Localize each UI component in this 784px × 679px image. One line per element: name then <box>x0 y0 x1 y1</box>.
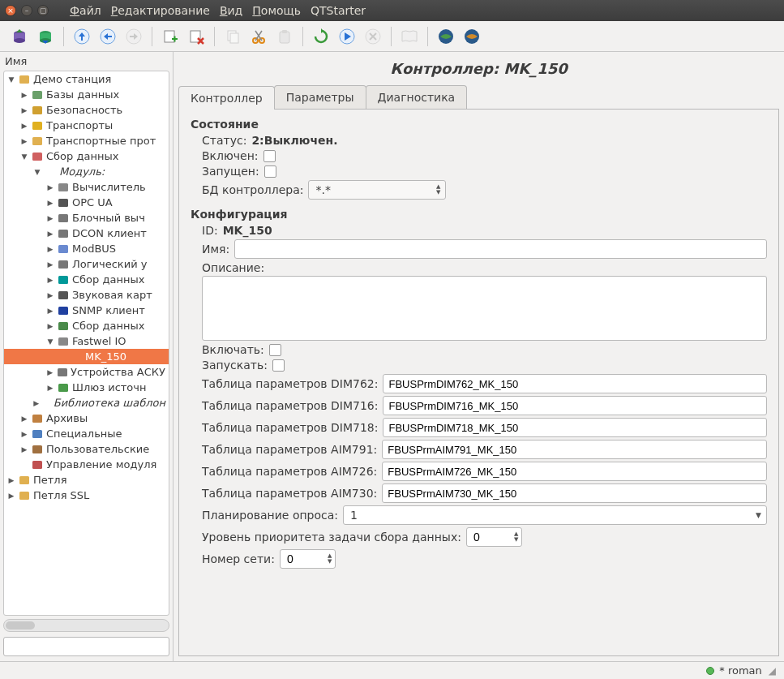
tree-row[interactable]: ▶Блочный выч <box>4 210 169 226</box>
minimize-icon[interactable]: – <box>21 5 32 16</box>
tree-hscrollbar[interactable] <box>3 619 169 632</box>
tree-row[interactable]: ▶Транспортные прот <box>4 133 169 148</box>
tree-row[interactable]: ▶Вычислитель <box>4 179 169 195</box>
tree-row[interactable]: ▶Сбор данных <box>4 318 169 333</box>
enable-checkbox[interactable] <box>269 344 281 356</box>
menu-view[interactable]: Вид <box>216 2 246 19</box>
maximize-icon[interactable]: ▢ <box>37 5 49 16</box>
expand-arrow-icon[interactable]: ▶ <box>46 368 54 376</box>
menu-help[interactable]: Помощь <box>249 2 304 19</box>
tree-row[interactable]: ▼Модуль: <box>4 164 169 179</box>
expand-arrow-icon[interactable]: ▶ <box>20 91 28 99</box>
nav-back-icon[interactable] <box>96 25 119 48</box>
expand-arrow-icon[interactable]: ▶ <box>46 307 54 315</box>
tree-row[interactable]: ▶Транспорты <box>4 118 169 133</box>
tree-row[interactable]: ▶Петля <box>4 472 169 488</box>
expand-arrow-icon[interactable]: ▶ <box>46 276 54 284</box>
tree-row[interactable]: ▶Безопасность <box>4 102 169 118</box>
tree-row[interactable]: ▼Fastwel IO <box>4 333 169 349</box>
tree-row[interactable]: ▶Петля SSL <box>4 488 169 503</box>
tree-row[interactable]: ▶Шлюз источн <box>4 380 169 395</box>
table-input-1[interactable] <box>383 396 767 415</box>
net-spinner[interactable]: ▲▼ <box>280 549 336 569</box>
table-input-4[interactable] <box>382 462 767 481</box>
expand-arrow-icon[interactable]: ▶ <box>46 199 54 207</box>
refresh-icon[interactable] <box>310 25 332 48</box>
tree-row[interactable]: Управление модуля <box>4 457 169 472</box>
expand-arrow-icon[interactable]: ▼ <box>7 75 15 84</box>
expand-arrow-icon[interactable]: ▶ <box>46 183 54 191</box>
tree-row[interactable]: ▶Звуковая карт <box>4 287 169 303</box>
app1-icon[interactable] <box>435 25 457 48</box>
enabled-checkbox[interactable] <box>263 150 276 162</box>
item-add-icon[interactable] <box>159 25 182 48</box>
run-icon[interactable] <box>336 25 358 48</box>
tree-row[interactable]: ▶Специальные <box>4 426 169 441</box>
close-icon[interactable]: × <box>5 5 16 16</box>
db-load-icon[interactable] <box>8 25 31 48</box>
menu-file[interactable]: Файл <box>66 2 105 19</box>
expand-arrow-icon[interactable]: ▼ <box>33 168 41 176</box>
cut-icon[interactable] <box>247 25 270 48</box>
tree-row[interactable]: ▶Устройства АСКУ <box>4 364 169 380</box>
tree-row[interactable]: ▶Логический у <box>4 256 169 272</box>
app2-icon[interactable] <box>461 25 483 48</box>
table-input-3[interactable] <box>382 440 767 459</box>
expand-arrow-icon[interactable]: ▶ <box>46 322 54 330</box>
tree-row[interactable]: ▼Демо станция <box>4 71 169 87</box>
tree-row[interactable]: ▶DCON клиент <box>4 226 169 241</box>
expand-arrow-icon[interactable]: ▶ <box>20 415 28 423</box>
stop-icon[interactable] <box>362 25 384 48</box>
db-save-icon[interactable] <box>34 25 57 48</box>
expand-arrow-icon[interactable]: ▶ <box>46 260 54 269</box>
tree-row[interactable]: ▶Архивы <box>4 410 169 426</box>
tree-row[interactable]: MK_150 <box>4 349 169 364</box>
menu-edit[interactable]: Редактирование <box>108 2 213 19</box>
tab-parameters[interactable]: Параметры <box>274 85 366 109</box>
expand-arrow-icon[interactable]: ▶ <box>20 445 28 453</box>
table-input-2[interactable] <box>383 418 767 437</box>
copy-icon[interactable] <box>221 25 244 48</box>
tab-diagnostics[interactable]: Диагностика <box>366 85 468 109</box>
paste-icon[interactable] <box>273 25 296 48</box>
book-icon[interactable] <box>398 25 421 48</box>
tree-row[interactable]: ▼Сбор данных <box>4 148 169 164</box>
table-input-5[interactable] <box>382 483 767 503</box>
nav-tree[interactable]: ▼Демо станция▶Базы данных▶Безопасность▶Т… <box>3 71 169 616</box>
menu-qtstarter[interactable]: QTStarter <box>307 2 369 19</box>
expand-arrow-icon[interactable]: ▶ <box>46 291 54 299</box>
expand-arrow-icon[interactable]: ▶ <box>20 122 28 130</box>
tree-row[interactable]: ▶Базы данных <box>4 87 169 102</box>
start-checkbox[interactable] <box>272 359 285 372</box>
expand-arrow-icon[interactable]: ▼ <box>46 337 54 346</box>
db-combo[interactable]: *.* ▲▼ <box>308 180 446 200</box>
net-value[interactable] <box>287 552 328 565</box>
name-input[interactable] <box>234 239 767 259</box>
prio-value[interactable] <box>473 531 514 544</box>
expand-arrow-icon[interactable]: ▶ <box>7 492 15 500</box>
expand-arrow-icon[interactable]: ▶ <box>20 430 28 438</box>
desc-textarea[interactable] <box>202 276 767 341</box>
sched-combo[interactable]: 1 ▼ <box>343 505 767 525</box>
expand-arrow-icon[interactable]: ▶ <box>46 245 54 253</box>
tab-controller[interactable]: Контроллер <box>178 86 275 110</box>
expand-arrow-icon[interactable]: ▼ <box>20 153 28 161</box>
tree-filter-input[interactable] <box>3 637 169 656</box>
nav-fwd-icon[interactable] <box>122 25 145 48</box>
tree-row[interactable]: ▶ModBUS <box>4 241 169 256</box>
resize-grip-icon[interactable]: ◢ <box>769 665 776 677</box>
running-checkbox[interactable] <box>264 165 276 178</box>
tree-row[interactable]: ▶Пользовательские <box>4 441 169 457</box>
nav-up-icon[interactable] <box>71 25 93 48</box>
item-del-icon[interactable] <box>185 25 208 48</box>
tree-row[interactable]: ▶Библиотека шаблон <box>4 395 169 410</box>
tree-row[interactable]: ▶SNMP клиент <box>4 303 169 318</box>
expand-arrow-icon[interactable]: ▶ <box>33 399 39 407</box>
expand-arrow-icon[interactable]: ▶ <box>20 106 28 114</box>
expand-arrow-icon[interactable]: ▶ <box>20 137 28 145</box>
expand-arrow-icon[interactable]: ▶ <box>46 230 54 238</box>
tree-row[interactable]: ▶OPC UA <box>4 195 169 210</box>
expand-arrow-icon[interactable]: ▶ <box>7 476 15 484</box>
expand-arrow-icon[interactable]: ▶ <box>46 384 54 392</box>
prio-spinner[interactable]: ▲▼ <box>466 527 522 547</box>
